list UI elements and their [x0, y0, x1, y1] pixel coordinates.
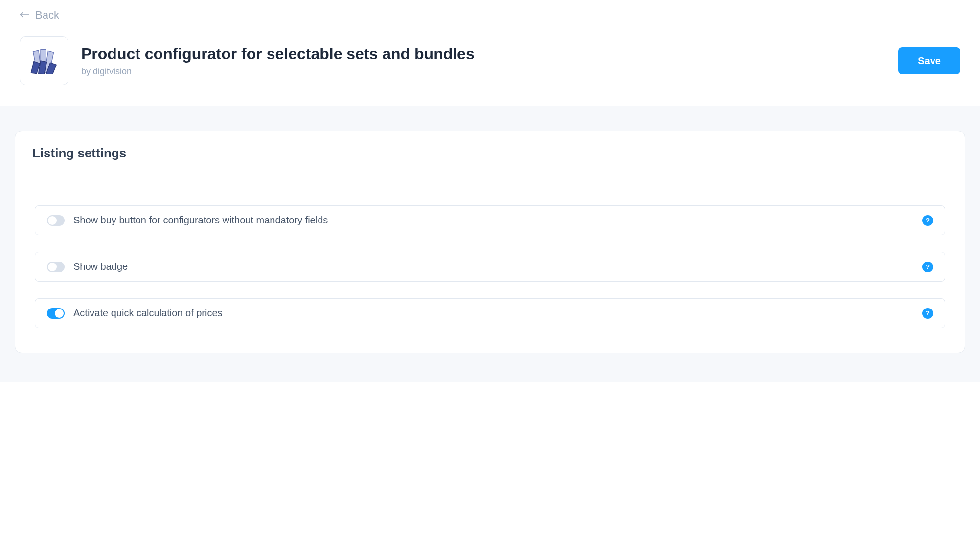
help-icon[interactable]: ?: [922, 215, 933, 226]
back-label: Back: [35, 9, 59, 22]
listing-settings-card: Listing settings Show buy button for con…: [15, 131, 965, 353]
toggle-quick-calculation[interactable]: [47, 308, 65, 319]
plugin-icon: [20, 36, 68, 85]
save-button[interactable]: Save: [898, 47, 960, 74]
help-icon[interactable]: ?: [922, 262, 933, 272]
vendor-byline: by digitvision: [81, 66, 886, 77]
setting-label: Show badge: [73, 261, 913, 272]
help-icon[interactable]: ?: [922, 308, 933, 319]
setting-row-quick-calculation: Activate quick calculation of prices ?: [35, 298, 945, 328]
card-title: Listing settings: [32, 146, 948, 161]
setting-label: Activate quick calculation of prices: [73, 308, 913, 319]
toggle-show-buy-button[interactable]: [47, 215, 65, 226]
setting-row-buy-button: Show buy button for configurators withou…: [35, 205, 945, 235]
toggle-show-badge[interactable]: [47, 262, 65, 272]
arrow-left-icon: [20, 9, 29, 22]
back-button[interactable]: Back: [20, 9, 59, 22]
page-title: Product configurator for selectable sets…: [81, 44, 886, 63]
setting-label: Show buy button for configurators withou…: [73, 215, 913, 226]
setting-row-show-badge: Show badge ?: [35, 252, 945, 282]
